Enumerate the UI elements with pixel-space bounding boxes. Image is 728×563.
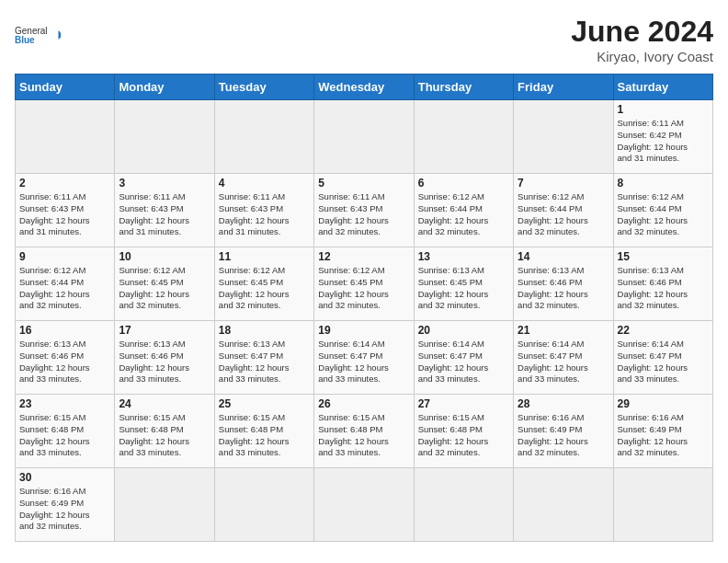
- week-row-3: 16Sunrise: 6:13 AM Sunset: 6:46 PM Dayli…: [16, 321, 713, 395]
- weekday-header-saturday: Saturday: [613, 75, 712, 100]
- calendar-cell: 17Sunrise: 6:13 AM Sunset: 6:46 PM Dayli…: [115, 321, 214, 395]
- day-number: 30: [19, 471, 110, 484]
- weekday-header-friday: Friday: [514, 75, 613, 100]
- day-info: Sunrise: 6:12 AM Sunset: 6:44 PM Dayligh…: [518, 191, 609, 238]
- calendar-cell: 18Sunrise: 6:13 AM Sunset: 6:47 PM Dayli…: [214, 321, 313, 395]
- weekday-header-wednesday: Wednesday: [314, 75, 414, 100]
- day-number: 2: [19, 177, 110, 190]
- calendar-cell: 10Sunrise: 6:12 AM Sunset: 6:45 PM Dayli…: [115, 247, 214, 321]
- day-info: Sunrise: 6:12 AM Sunset: 6:45 PM Dayligh…: [318, 265, 409, 312]
- calendar-cell: 9Sunrise: 6:12 AM Sunset: 6:44 PM Daylig…: [16, 247, 115, 321]
- calendar-cell: 24Sunrise: 6:15 AM Sunset: 6:48 PM Dayli…: [115, 395, 214, 468]
- weekday-header-sunday: Sunday: [16, 75, 115, 100]
- day-number: 17: [119, 324, 210, 337]
- calendar-cell: [514, 468, 613, 542]
- calendar-cell: 21Sunrise: 6:14 AM Sunset: 6:47 PM Dayli…: [514, 321, 613, 395]
- day-info: Sunrise: 6:13 AM Sunset: 6:46 PM Dayligh…: [19, 339, 110, 385]
- day-number: 12: [318, 250, 409, 263]
- page-header: General Blue June 2024 Kiryao, Ivory Coa…: [15, 15, 713, 64]
- day-number: 21: [518, 324, 609, 337]
- calendar-cell: 5Sunrise: 6:11 AM Sunset: 6:43 PM Daylig…: [314, 174, 414, 247]
- day-info: Sunrise: 6:11 AM Sunset: 6:43 PM Dayligh…: [318, 191, 409, 238]
- day-number: 25: [219, 397, 310, 410]
- day-number: 13: [418, 250, 509, 263]
- day-number: 29: [618, 397, 709, 410]
- week-row-4: 23Sunrise: 6:15 AM Sunset: 6:48 PM Dayli…: [16, 395, 713, 468]
- weekday-header-tuesday: Tuesday: [214, 75, 313, 100]
- svg-text:Blue: Blue: [15, 35, 35, 45]
- day-number: 22: [618, 324, 709, 337]
- day-number: 23: [19, 397, 110, 410]
- day-info: Sunrise: 6:14 AM Sunset: 6:47 PM Dayligh…: [318, 339, 409, 385]
- calendar-cell: 2Sunrise: 6:11 AM Sunset: 6:43 PM Daylig…: [16, 174, 115, 247]
- calendar-cell: 26Sunrise: 6:15 AM Sunset: 6:48 PM Dayli…: [314, 395, 414, 468]
- day-info: Sunrise: 6:11 AM Sunset: 6:43 PM Dayligh…: [19, 191, 110, 238]
- day-info: Sunrise: 6:15 AM Sunset: 6:48 PM Dayligh…: [19, 412, 110, 459]
- calendar-cell: [115, 100, 214, 174]
- calendar-cell: 3Sunrise: 6:11 AM Sunset: 6:43 PM Daylig…: [115, 174, 214, 247]
- week-row-5: 30Sunrise: 6:16 AM Sunset: 6:49 PM Dayli…: [16, 468, 713, 542]
- day-number: 3: [119, 177, 210, 190]
- calendar-cell: 28Sunrise: 6:16 AM Sunset: 6:49 PM Dayli…: [514, 395, 613, 468]
- day-number: 28: [518, 397, 609, 410]
- calendar-cell: 16Sunrise: 6:13 AM Sunset: 6:46 PM Dayli…: [16, 321, 115, 395]
- day-number: 8: [618, 177, 709, 190]
- day-info: Sunrise: 6:13 AM Sunset: 6:46 PM Dayligh…: [119, 339, 210, 385]
- calendar-cell: 15Sunrise: 6:13 AM Sunset: 6:46 PM Dayli…: [613, 247, 712, 321]
- day-number: 9: [19, 250, 110, 263]
- day-info: Sunrise: 6:15 AM Sunset: 6:48 PM Dayligh…: [219, 412, 310, 459]
- calendar-cell: [314, 468, 414, 542]
- calendar-cell: [414, 100, 513, 174]
- calendar-cell: 27Sunrise: 6:15 AM Sunset: 6:48 PM Dayli…: [414, 395, 513, 468]
- calendar-cell: [16, 100, 115, 174]
- day-info: Sunrise: 6:12 AM Sunset: 6:45 PM Dayligh…: [219, 265, 310, 312]
- logo-svg: General Blue: [15, 15, 61, 55]
- calendar-cell: [414, 468, 513, 542]
- weekday-header-monday: Monday: [115, 75, 214, 100]
- day-info: Sunrise: 6:16 AM Sunset: 6:49 PM Dayligh…: [518, 412, 609, 459]
- day-info: Sunrise: 6:11 AM Sunset: 6:43 PM Dayligh…: [119, 191, 210, 238]
- calendar-cell: 12Sunrise: 6:12 AM Sunset: 6:45 PM Dayli…: [314, 247, 414, 321]
- day-info: Sunrise: 6:11 AM Sunset: 6:42 PM Dayligh…: [618, 118, 709, 165]
- day-info: Sunrise: 6:12 AM Sunset: 6:44 PM Dayligh…: [618, 191, 709, 238]
- calendar-cell: 6Sunrise: 6:12 AM Sunset: 6:44 PM Daylig…: [414, 174, 513, 247]
- day-number: 20: [418, 324, 509, 337]
- day-info: Sunrise: 6:12 AM Sunset: 6:44 PM Dayligh…: [19, 265, 110, 312]
- calendar-cell: [314, 100, 414, 174]
- calendar-cell: 25Sunrise: 6:15 AM Sunset: 6:48 PM Dayli…: [214, 395, 313, 468]
- day-number: 27: [418, 397, 509, 410]
- calendar-cell: 14Sunrise: 6:13 AM Sunset: 6:46 PM Dayli…: [514, 247, 613, 321]
- calendar-cell: 23Sunrise: 6:15 AM Sunset: 6:48 PM Dayli…: [16, 395, 115, 468]
- calendar-cell: [214, 100, 313, 174]
- day-info: Sunrise: 6:14 AM Sunset: 6:47 PM Dayligh…: [418, 339, 509, 385]
- weekday-header-thursday: Thursday: [414, 75, 513, 100]
- day-info: Sunrise: 6:15 AM Sunset: 6:48 PM Dayligh…: [318, 412, 409, 459]
- day-number: 5: [318, 177, 409, 190]
- week-row-2: 9Sunrise: 6:12 AM Sunset: 6:44 PM Daylig…: [16, 247, 713, 321]
- svg-text:General: General: [15, 26, 48, 36]
- calendar-cell: 20Sunrise: 6:14 AM Sunset: 6:47 PM Dayli…: [414, 321, 513, 395]
- week-row-0: 1Sunrise: 6:11 AM Sunset: 6:42 PM Daylig…: [16, 100, 713, 174]
- day-number: 18: [219, 324, 310, 337]
- week-row-1: 2Sunrise: 6:11 AM Sunset: 6:43 PM Daylig…: [16, 174, 713, 247]
- day-number: 6: [418, 177, 509, 190]
- svg-marker-2: [59, 30, 62, 40]
- calendar-cell: 1Sunrise: 6:11 AM Sunset: 6:42 PM Daylig…: [613, 100, 712, 174]
- day-info: Sunrise: 6:12 AM Sunset: 6:44 PM Dayligh…: [418, 191, 509, 238]
- calendar-cell: 8Sunrise: 6:12 AM Sunset: 6:44 PM Daylig…: [613, 174, 712, 247]
- calendar-cell: 7Sunrise: 6:12 AM Sunset: 6:44 PM Daylig…: [514, 174, 613, 247]
- day-number: 16: [19, 324, 110, 337]
- day-info: Sunrise: 6:13 AM Sunset: 6:46 PM Dayligh…: [618, 265, 709, 312]
- calendar-cell: 13Sunrise: 6:13 AM Sunset: 6:45 PM Dayli…: [414, 247, 513, 321]
- day-info: Sunrise: 6:14 AM Sunset: 6:47 PM Dayligh…: [618, 339, 709, 385]
- day-number: 10: [119, 250, 210, 263]
- day-number: 7: [518, 177, 609, 190]
- calendar-cell: 19Sunrise: 6:14 AM Sunset: 6:47 PM Dayli…: [314, 321, 414, 395]
- day-info: Sunrise: 6:13 AM Sunset: 6:45 PM Dayligh…: [418, 265, 509, 312]
- day-info: Sunrise: 6:14 AM Sunset: 6:47 PM Dayligh…: [518, 339, 609, 385]
- day-info: Sunrise: 6:13 AM Sunset: 6:47 PM Dayligh…: [219, 339, 310, 385]
- day-info: Sunrise: 6:15 AM Sunset: 6:48 PM Dayligh…: [418, 412, 509, 459]
- month-year-title: June 2024: [571, 15, 713, 49]
- calendar-cell: [613, 468, 712, 542]
- calendar-cell: 30Sunrise: 6:16 AM Sunset: 6:49 PM Dayli…: [16, 468, 115, 542]
